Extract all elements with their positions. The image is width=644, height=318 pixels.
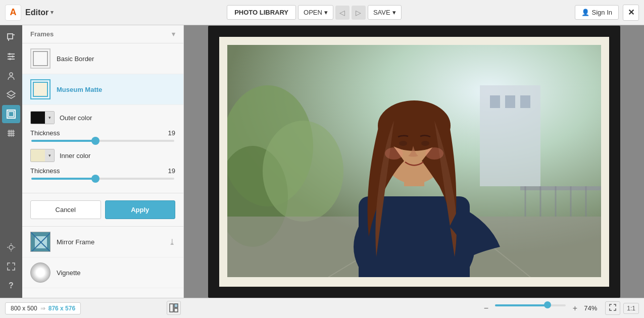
frames-label: Frames — [30, 30, 54, 38]
svg-point-3 — [9, 53, 11, 55]
svg-rect-8 — [9, 112, 14, 117]
svg-point-6 — [10, 73, 13, 76]
crop-icon[interactable] — [2, 28, 20, 46]
inner-color-swatch — [31, 149, 45, 162]
texture-icon[interactable] — [2, 124, 20, 142]
layers-icon[interactable] — [2, 86, 20, 104]
signin-label: Sign In — [592, 9, 612, 16]
topbar: A Editor ▾ PHOTO LIBRARY OPEN ▾ ◁ ▷ SAVE… — [0, 0, 644, 25]
inner-thickness-slider-container — [30, 178, 175, 180]
light-icon[interactable] — [2, 238, 20, 256]
outer-thickness-fill — [31, 140, 95, 142]
photo-image — [227, 45, 601, 277]
zoom-slider-container — [495, 304, 566, 312]
svg-point-4 — [12, 56, 14, 58]
inner-thickness-track — [31, 178, 174, 180]
action-buttons: Cancel Apply — [22, 193, 183, 227]
layout-icon — [169, 303, 179, 313]
outer-color-row: ▾ Outer color — [30, 111, 175, 124]
svg-rect-0 — [8, 34, 13, 39]
signin-button[interactable]: 👤 Sign In — [575, 5, 619, 20]
museum-matte-icon — [30, 79, 51, 99]
apply-button[interactable]: Apply — [105, 200, 176, 219]
zoom-percent-label: 74% — [584, 304, 602, 312]
outer-color-picker[interactable]: ▾ — [30, 111, 55, 124]
svg-point-48 — [385, 147, 403, 160]
editor-label: Editor — [25, 8, 48, 17]
outer-thickness-thumb[interactable] — [91, 137, 100, 145]
left-panel: Frames ▾ Basic Border Museum Matte ▾ — [22, 25, 184, 298]
dim-new: 876 x 576 — [48, 305, 75, 312]
outer-thickness-track — [31, 140, 174, 142]
expand-icon[interactable] — [2, 257, 20, 276]
canvas-frame — [208, 26, 620, 298]
svg-point-49 — [425, 147, 443, 160]
cancel-button[interactable]: Cancel — [30, 200, 101, 219]
frame-icon[interactable] — [2, 105, 20, 123]
frames-section-header: Frames ▾ — [22, 25, 183, 43]
zoom-slider-track[interactable] — [495, 304, 566, 306]
svg-rect-50 — [170, 304, 173, 312]
mirror-frame-item[interactable]: Mirror Frame ⤓ — [22, 227, 183, 257]
inner-thickness-row: Thickness 19 — [30, 167, 175, 175]
svg-point-15 — [9, 245, 13, 249]
close-button[interactable]: ✕ — [623, 5, 639, 21]
zoom-slider-thumb[interactable] — [544, 301, 551, 308]
museum-matte-item[interactable]: Museum Matte — [22, 74, 183, 105]
fit-button[interactable] — [605, 301, 620, 315]
photo-library-button[interactable]: PHOTO LIBRARY — [227, 5, 296, 20]
undo-button[interactable]: ◁ — [335, 6, 350, 20]
icon-rail: ? — [0, 25, 22, 298]
help-icon[interactable]: ? — [2, 277, 20, 295]
svg-rect-52 — [174, 308, 178, 312]
inner-color-row: ▾ Inner color — [30, 149, 175, 162]
save-chevron-icon: ▾ — [392, 9, 396, 16]
inner-thickness-thumb[interactable] — [91, 175, 100, 183]
photo-frame-outer — [208, 26, 620, 298]
svg-point-27 — [263, 121, 343, 222]
vignette-icon — [30, 262, 51, 283]
dim-arrow-icon: ⇒ — [40, 305, 45, 312]
adjust-icon[interactable] — [2, 47, 20, 66]
svg-rect-29 — [490, 95, 500, 108]
inner-color-label: Inner color — [60, 152, 90, 160]
basic-border-icon — [30, 48, 51, 69]
main-area: ? Frames ▾ Basic Border Museum Matte — [0, 25, 644, 298]
topbar-center: PHOTO LIBRARY OPEN ▾ ◁ ▷ SAVE ▾ — [227, 5, 401, 20]
open-chevron-icon: ▾ — [324, 9, 328, 16]
zoom-slider-fill — [495, 304, 548, 306]
svg-point-47 — [421, 141, 429, 146]
zoom-out-button[interactable]: − — [480, 302, 492, 314]
outer-thickness-slider-container — [30, 140, 175, 142]
outer-color-label: Outer color — [60, 114, 92, 122]
open-label: OPEN — [304, 9, 322, 16]
bottom-bar: 800 x 500 ⇒ 876 x 576 − + 74% 1:1 — [0, 298, 644, 318]
mirror-frame-icon — [30, 232, 51, 252]
editor-title[interactable]: Editor ▾ — [25, 8, 54, 17]
fit-icon — [609, 303, 617, 311]
save-button[interactable]: SAVE ▾ — [368, 5, 402, 20]
museum-matte-inner-icon — [33, 82, 48, 97]
ratio-button[interactable]: 1:1 — [623, 303, 639, 314]
photo-frame-inner — [219, 37, 609, 287]
outer-thickness-label: Thickness — [30, 129, 60, 137]
outer-thickness-value: 19 — [168, 129, 175, 137]
inner-color-picker[interactable]: ▾ — [30, 149, 55, 162]
inner-thickness-label: Thickness — [30, 167, 60, 175]
portrait-icon[interactable] — [2, 67, 20, 85]
open-button[interactable]: OPEN ▾ — [298, 5, 333, 20]
basic-border-item[interactable]: Basic Border — [22, 43, 183, 74]
vignette-item[interactable]: Vignette — [22, 257, 183, 288]
zoom-in-button[interactable]: + — [569, 302, 581, 314]
layout-button[interactable] — [167, 301, 181, 315]
zoom-controls: − + 74% 1:1 — [480, 301, 639, 315]
mirror-frame-label: Mirror Frame — [57, 238, 94, 246]
logo: A — [5, 5, 21, 21]
museum-matte-settings: ▾ Outer color Thickness 19 ▾ — [22, 105, 183, 193]
basic-border-label: Basic Border — [57, 55, 94, 63]
svg-rect-31 — [520, 95, 530, 108]
redo-button[interactable]: ▷ — [352, 6, 366, 20]
outer-color-arrow-icon: ▾ — [45, 112, 54, 124]
svg-point-5 — [9, 58, 11, 60]
save-label: SAVE — [373, 9, 390, 16]
